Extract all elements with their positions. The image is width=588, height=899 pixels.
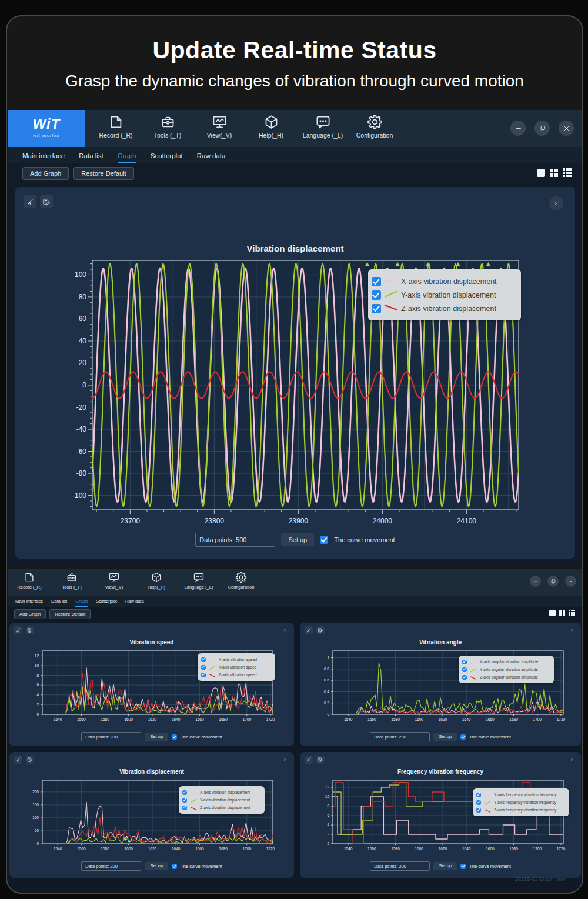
tab-data-list[interactable]: Data list: [79, 152, 103, 163]
legend-checkbox[interactable]: [372, 304, 381, 313]
tab-scatterplot[interactable]: Scatterplot: [96, 599, 117, 607]
menu-item-configuration[interactable]: Configuration: [226, 572, 256, 590]
menu-item-configuration[interactable]: Configuration: [356, 114, 393, 139]
curve-movement-checkbox[interactable]: [172, 864, 177, 869]
layout-2x2-icon[interactable]: [550, 169, 558, 177]
tab-raw-data[interactable]: Raw data: [125, 599, 144, 607]
monitor-chart-icon: [108, 572, 120, 583]
set-up-button[interactable]: Set up: [433, 862, 457, 870]
tab-main-interface[interactable]: Main interface: [15, 599, 43, 607]
tab-scatterplot[interactable]: Scatterplot: [151, 152, 183, 163]
svg-text:1680: 1680: [509, 717, 518, 721]
svg-text:1600: 1600: [125, 717, 133, 721]
data-points-input[interactable]: Data points: 200: [370, 732, 430, 741]
maximize-button[interactable]: [547, 576, 559, 587]
add-graph-button[interactable]: Add Graph: [22, 167, 69, 180]
brand-logo: WiT wit motion: [8, 110, 85, 147]
legend-checkbox[interactable]: [201, 673, 206, 677]
legend-row: Y-axis vibration displacement: [372, 289, 517, 301]
data-points-input[interactable]: Data points: 200: [81, 861, 141, 871]
svg-text:1: 1: [327, 656, 329, 660]
curve-movement-checkbox[interactable]: [460, 734, 466, 740]
menu-item-record-r[interactable]: Record (_R): [14, 572, 45, 590]
legend-label: X-axis angular vibration amplitude: [480, 660, 538, 664]
layout-single-icon[interactable]: [549, 610, 556, 616]
menu-item-view-v[interactable]: View(_V): [201, 114, 238, 139]
close-button[interactable]: [565, 576, 576, 587]
svg-text:8: 8: [327, 804, 329, 808]
tab-graph[interactable]: Graph: [118, 152, 136, 163]
legend-checkbox[interactable]: [462, 675, 467, 680]
legend-line-sample: [190, 803, 197, 813]
legend-checkbox[interactable]: [201, 665, 206, 670]
legend-label: Z-axis angular vibration amplitude: [480, 675, 538, 679]
close-button[interactable]: [559, 121, 574, 136]
svg-text:1600: 1600: [125, 847, 133, 851]
legend-checkbox[interactable]: [182, 798, 187, 803]
data-points-input[interactable]: Data points: 200: [81, 732, 141, 741]
tab-main-interface[interactable]: Main interface: [22, 152, 65, 163]
curve-movement-label: The curve movement: [181, 734, 222, 740]
curve-movement-checkbox[interactable]: [460, 864, 466, 869]
svg-text:150: 150: [32, 803, 39, 807]
legend-checkbox[interactable]: [476, 793, 481, 797]
svg-text:0: 0: [36, 712, 39, 716]
layout-3x3-icon[interactable]: [563, 168, 572, 177]
svg-text:6: 6: [327, 813, 329, 817]
legend-checkbox[interactable]: [462, 660, 467, 664]
legend-checkbox[interactable]: [182, 806, 187, 810]
chart-canvas: 1540156015801600162016401660168017001720…: [9, 623, 294, 746]
menu-item-help-h[interactable]: Help(_H): [253, 114, 289, 139]
svg-text:-20: -20: [76, 403, 87, 412]
set-up-button[interactable]: Set up: [145, 733, 168, 741]
legend-checkbox[interactable]: [462, 667, 467, 672]
set-up-button[interactable]: Set up: [433, 733, 457, 741]
chart-canvas: 1540156015801600162016401660168017001720…: [300, 623, 581, 746]
action-bar: Add GraphRestore Default: [8, 163, 582, 183]
svg-text:-80: -80: [76, 469, 87, 477]
chart-panel-frequency-vibration-frequency: Frequency vibration frequency15401560158…: [300, 752, 581, 878]
menu-item-tools-t[interactable]: Tools (_T): [149, 114, 186, 139]
data-points-input[interactable]: Data points: 200: [370, 861, 430, 871]
layout-single-icon[interactable]: [537, 169, 545, 177]
tab-data-list[interactable]: Data list: [51, 599, 67, 607]
tab-raw-data[interactable]: Raw data: [197, 152, 226, 163]
legend-checkbox[interactable]: [182, 790, 187, 795]
cube-icon: [263, 114, 279, 130]
tab-graph[interactable]: Graph: [75, 599, 88, 607]
svg-text:0: 0: [82, 381, 86, 389]
legend-checkbox[interactable]: [201, 657, 206, 662]
set-up-button[interactable]: Set up: [281, 533, 314, 546]
svg-text:1580: 1580: [391, 717, 400, 721]
menu-item-record-r[interactable]: Record (_R): [98, 114, 134, 139]
legend-checkbox[interactable]: [372, 290, 381, 300]
set-up-button[interactable]: Set up: [145, 862, 168, 870]
menu-item-help-h[interactable]: Help(_H): [141, 572, 172, 590]
restore-default-button[interactable]: Restore Default: [74, 167, 133, 180]
layout-3x3-icon[interactable]: [569, 610, 575, 616]
add-graph-button[interactable]: Add Graph: [14, 609, 46, 619]
chart-panel-vibration-displacement-small: Vibration displacement154015601580160016…: [9, 752, 294, 878]
monitor-chart-icon: [212, 114, 228, 130]
window-controls: [530, 576, 576, 587]
menu-item-view-v[interactable]: View(_V): [99, 572, 129, 590]
minimize-button[interactable]: [530, 576, 541, 587]
layout-2x2-icon[interactable]: [559, 610, 566, 616]
restore-default-button[interactable]: Restore Default: [49, 609, 91, 619]
app-window-main: WiT wit motion Record (_R)Tools (_T)View…: [8, 110, 582, 566]
menu-item-language-l[interactable]: Language (_L): [183, 572, 214, 590]
minimize-button[interactable]: [510, 121, 526, 136]
svg-text:24000: 24000: [373, 517, 393, 525]
data-points-input[interactable]: Data points: 500: [195, 533, 275, 547]
svg-text:200: 200: [32, 790, 39, 794]
legend-checkbox[interactable]: [476, 808, 481, 813]
svg-text:1540: 1540: [54, 717, 62, 721]
menu-item-tools-t[interactable]: Tools (_T): [56, 572, 87, 590]
legend-checkbox[interactable]: [476, 800, 481, 805]
menu-item-language-l[interactable]: Language (_L): [305, 114, 341, 139]
maximize-button[interactable]: [534, 121, 550, 136]
curve-movement-checkbox[interactable]: [320, 536, 328, 544]
curve-movement-checkbox[interactable]: [172, 734, 177, 740]
tab-bar: Main interfaceData listGraphScatterplotR…: [8, 596, 583, 607]
legend-checkbox[interactable]: [372, 277, 381, 286]
